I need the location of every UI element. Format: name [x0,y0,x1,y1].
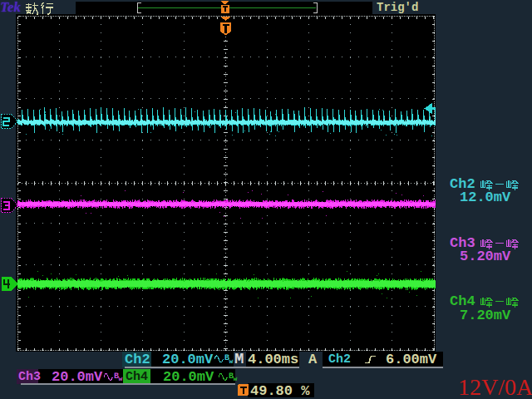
svg-text:w: w [234,376,238,383]
svg-text:w: w [119,376,123,383]
svg-text:w: w [229,358,234,366]
